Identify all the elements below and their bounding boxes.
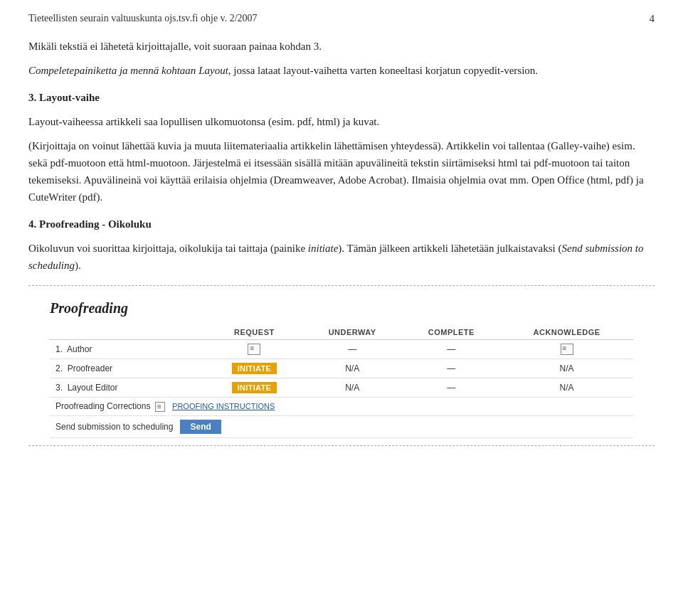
paragraph-4: (Kirjoittaja on voinut lähettää kuvia ja…: [28, 137, 655, 206]
row1-complete: —: [403, 340, 501, 359]
send-button[interactable]: Send: [180, 420, 221, 434]
proofreading-title: Proofreading: [50, 300, 633, 317]
proofreading-table: REQUEST UNDERWAY COMPLETE ACKNOWLEDGE 1.…: [50, 325, 633, 438]
row3-complete: —: [403, 378, 501, 398]
col-underway: UNDERWAY: [302, 325, 403, 340]
paragraph-3: Layout-vaiheessa artikkeli saa lopullise…: [28, 113, 655, 130]
table-row: 2. Proofreader INITIATE N/A — N/A: [50, 359, 633, 378]
paragraph-2: Compeletepainiket­ta ja mennä kohtaan La…: [28, 62, 655, 79]
row1-acknowledge: [500, 340, 633, 359]
p5-italic: initiate: [308, 243, 339, 254]
p5-end: ).: [75, 260, 81, 271]
table-row: 3. Layout Editor INITIATE N/A — N/A: [50, 378, 633, 398]
row3-acknowledge: N/A: [500, 378, 633, 398]
table-header-row: REQUEST UNDERWAY COMPLETE ACKNOWLEDGE: [50, 325, 633, 340]
p2-prefix-text: Compeletepainiket­ta ja mennä kohtaan La…: [28, 65, 538, 76]
row3-label: 3. Layout Editor: [50, 378, 206, 398]
section4-heading: 4. Proofreading - Oikoluku: [28, 216, 655, 233]
row3-request: INITIATE: [206, 378, 302, 398]
row2-request: INITIATE: [206, 359, 302, 378]
row1-underway: —: [302, 340, 403, 359]
site-header: Tieteellisten seurain valtuuskunta ojs.t…: [28, 13, 258, 24]
col-acknowledge: ACKNOWLEDGE: [500, 325, 633, 340]
initiate-btn-layout[interactable]: INITIATE: [232, 382, 277, 393]
corrections-row: Proofreading Corrections PROOFING INSTRU…: [50, 398, 633, 416]
row1-label: 1. Author: [50, 340, 206, 359]
row2-label: 2. Proofreader: [50, 359, 206, 378]
row2-acknowledge: N/A: [500, 359, 633, 378]
p5-start: Oikoluvun voi suorittaa kirjoittaja, oik…: [28, 243, 308, 254]
col-complete: COMPLETE: [403, 325, 501, 340]
paragraph-5: Oikoluvun voi suorittaa kirjoittaja, oik…: [28, 240, 655, 274]
col-label: [50, 325, 206, 340]
divider-bottom: [28, 445, 655, 446]
row2-underway: N/A: [302, 359, 403, 378]
table-row: 1. Author — —: [50, 340, 633, 359]
corrections-cell: Proofreading Corrections PROOFING INSTRU…: [50, 398, 633, 416]
send-label: Send submission to scheduling: [55, 422, 173, 432]
paragraph-1: Mikäli tekstiä ei lähetetä kirjoittajall…: [28, 38, 655, 55]
row1-request: [206, 340, 302, 359]
page-number: 4: [650, 13, 655, 25]
request-icon-author[interactable]: [248, 344, 260, 355]
proofreading-box: Proofreading REQUEST UNDERWAY COMPLETE A…: [50, 293, 633, 438]
divider-top: [28, 285, 655, 286]
acknowledge-icon-author[interactable]: [561, 344, 573, 355]
row3-underway: N/A: [302, 378, 403, 398]
p5-mid: ). Tämän jälkeen artikkeli lähetetään ju…: [338, 243, 561, 254]
corrections-label: Proofreading Corrections: [55, 401, 150, 411]
corrections-icon: [155, 402, 165, 412]
col-request: REQUEST: [206, 325, 302, 340]
section3-heading: 3. Layout-vaihe: [28, 89, 655, 106]
send-row: Send submission to scheduling Send: [50, 415, 633, 437]
initiate-btn-proofreader[interactable]: INITIATE: [232, 363, 277, 374]
send-cell: Send submission to scheduling Send: [50, 415, 633, 437]
proofing-instructions-link[interactable]: PROOFING INSTRUCTIONS: [172, 402, 275, 410]
row2-complete: —: [403, 359, 501, 378]
